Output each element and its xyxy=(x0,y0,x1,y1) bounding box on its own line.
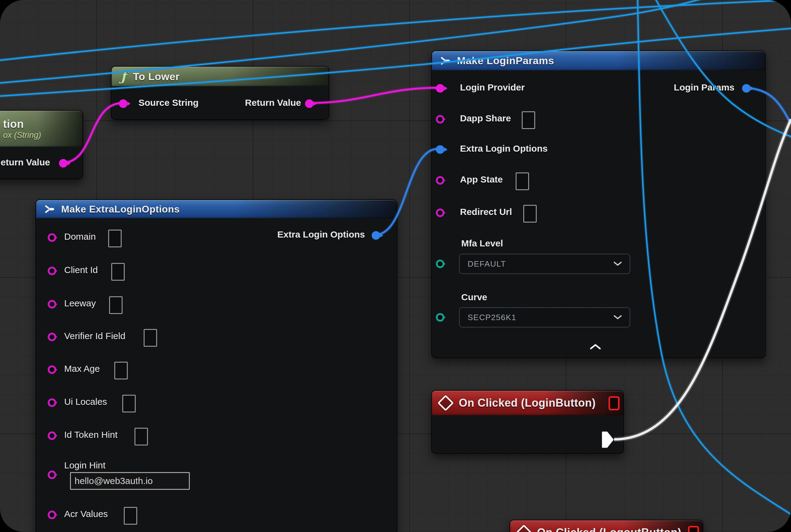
node-title: To Lower xyxy=(133,71,180,82)
node-title: Make ExtraLoginOptions xyxy=(61,204,180,215)
chevron-down-icon xyxy=(614,315,622,320)
dapp-share-label: Dapp Share xyxy=(460,113,511,124)
widget-delegate-icon xyxy=(609,396,619,410)
pin-extra-login-options-out[interactable] xyxy=(372,231,380,240)
leeway-value-box[interactable] xyxy=(109,296,122,314)
client-id-label: Client Id xyxy=(64,265,98,275)
node-on-clicked-login-button[interactable]: On Clicked (LoginButton) xyxy=(431,390,624,454)
verifier-id-field-label: Verifier Id Field xyxy=(64,331,125,341)
extra-login-options-label: Extra Login Options xyxy=(460,144,548,154)
node-make-login-params[interactable]: Make LoginParams Login Provider Dapp Sha… xyxy=(431,51,766,358)
exec-output-pin[interactable] xyxy=(602,431,614,448)
redirect-url-label: Redirect Url xyxy=(460,207,512,217)
curve-dropdown[interactable]: SECP256K1 xyxy=(459,307,630,327)
login-hint-label: Login Hint xyxy=(64,460,105,471)
node-title: On Clicked (LogoutButton) xyxy=(537,526,681,532)
pin-source-string[interactable] xyxy=(119,99,128,108)
dapp-share-value-box[interactable] xyxy=(522,111,535,129)
return-value-label: eturn Value xyxy=(1,157,50,168)
node-make-extra-login-options[interactable]: Make ExtraLoginOptions Domain Client Id … xyxy=(36,200,397,532)
pin-max-age[interactable] xyxy=(48,365,56,374)
blueprint-graph-canvas[interactable]: tion ox (String) eturn Value ƒ To Lower … xyxy=(0,0,791,532)
on-clicked-login-header[interactable]: On Clicked (LoginButton) xyxy=(432,391,623,415)
node-title: On Clicked (LoginButton) xyxy=(459,397,596,410)
id-token-hint-label: Id Token Hint xyxy=(64,430,118,440)
return-value-label: Return Value xyxy=(245,97,301,108)
login-provider-label: Login Provider xyxy=(460,82,525,93)
function-icon: ƒ xyxy=(121,69,126,84)
client-id-value-box[interactable] xyxy=(111,263,125,281)
max-age-value-box[interactable] xyxy=(114,362,128,379)
pin-app-state[interactable] xyxy=(436,176,444,185)
domain-value-box[interactable] xyxy=(108,230,122,247)
pin-leeway[interactable] xyxy=(48,300,56,308)
node-on-clicked-logout-button[interactable]: On Clicked (LogoutButton) xyxy=(509,520,703,532)
widget-delegate-icon xyxy=(688,526,699,532)
pin-login-provider[interactable] xyxy=(436,84,444,93)
node-subtitle: ox (String) xyxy=(3,131,41,140)
make-struct-icon xyxy=(440,56,451,65)
pin-login-hint[interactable] xyxy=(48,471,56,479)
app-state-label: App State xyxy=(460,174,503,185)
verifier-id-field-value-box[interactable] xyxy=(144,329,157,347)
pin-verifier-id-field[interactable] xyxy=(48,332,56,341)
login-hint-input[interactable] xyxy=(70,472,190,490)
pin-client-id[interactable] xyxy=(48,267,56,275)
event-diamond-icon xyxy=(437,395,454,411)
extra-login-options-output-label: Extra Login Options xyxy=(277,229,365,240)
curve-value: SECP256K1 xyxy=(468,313,516,322)
acr-values-value-box[interactable] xyxy=(124,507,137,525)
redirect-url-value-box[interactable] xyxy=(523,205,537,223)
pin-return-value[interactable] xyxy=(59,159,67,168)
pin-domain[interactable] xyxy=(48,233,56,242)
pin-dapp-share[interactable] xyxy=(436,115,444,124)
pin-extra-login-options-in[interactable] xyxy=(436,145,444,154)
collapse-chevron-icon[interactable] xyxy=(590,344,601,349)
node-title: tion xyxy=(3,118,24,131)
node-text-getter-partial[interactable]: tion ox (String) eturn Value xyxy=(0,110,83,179)
id-token-hint-value-box[interactable] xyxy=(134,428,148,445)
pin-curve[interactable] xyxy=(436,313,444,322)
curve-label: Curve xyxy=(461,292,487,302)
ui-locales-value-box[interactable] xyxy=(122,395,136,413)
leeway-label: Leeway xyxy=(64,298,96,308)
pin-ui-locales[interactable] xyxy=(48,398,56,407)
ui-locales-label: Ui Locales xyxy=(64,397,107,407)
node-make-login-header[interactable]: Make LoginParams xyxy=(432,51,765,70)
source-string-label: Source String xyxy=(138,97,199,108)
app-state-value-box[interactable] xyxy=(516,172,529,190)
mfa-level-label: Mfa Level xyxy=(461,238,503,249)
pin-login-params-out[interactable] xyxy=(742,84,751,93)
on-clicked-logout-header[interactable]: On Clicked (LogoutButton) xyxy=(510,520,703,532)
mfa-level-value: DEFAULT xyxy=(468,259,506,269)
login-params-output-label: Login Params xyxy=(674,82,734,93)
node-title: Make LoginParams xyxy=(457,55,554,66)
domain-label: Domain xyxy=(64,231,96,242)
node-text-getter-header[interactable]: tion ox (String) xyxy=(0,111,82,147)
node-make-extra-header[interactable]: Make ExtraLoginOptions xyxy=(36,200,397,218)
node-to-lower-header[interactable]: ƒ To Lower xyxy=(112,66,329,86)
pin-mfa-level[interactable] xyxy=(436,260,444,268)
pin-id-token-hint[interactable] xyxy=(48,432,56,440)
acr-values-label: Acr Values xyxy=(64,509,108,519)
make-struct-icon xyxy=(45,205,55,214)
pin-acr-values[interactable] xyxy=(48,511,56,519)
max-age-label: Max Age xyxy=(64,363,100,374)
mfa-level-dropdown[interactable]: DEFAULT xyxy=(459,254,630,274)
pin-redirect-url[interactable] xyxy=(436,209,444,217)
event-diamond-icon xyxy=(516,524,532,532)
chevron-down-icon xyxy=(614,262,622,266)
pin-return-value[interactable] xyxy=(305,99,314,108)
node-to-lower[interactable]: ƒ To Lower Source String Return Value xyxy=(111,66,329,120)
